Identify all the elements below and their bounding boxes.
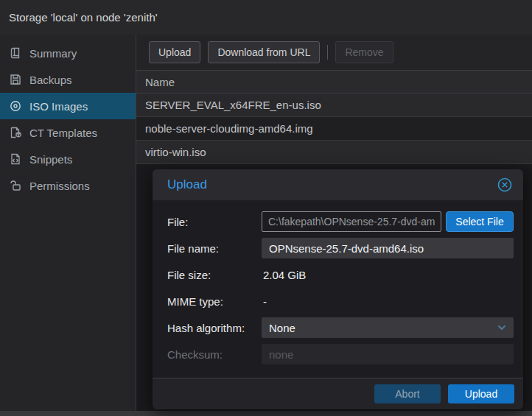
- file-label: File:: [167, 216, 262, 228]
- sidebar-item-label: Permissions: [29, 180, 90, 192]
- sidebar-item-label: Snippets: [29, 153, 72, 166]
- floppy-icon: [10, 74, 21, 85]
- sidebar-item-backups[interactable]: Backups: [0, 66, 136, 93]
- sidebar-item-label: Summary: [29, 47, 77, 60]
- table-row[interactable]: noble-server-cloudimg-amd64.img: [136, 117, 532, 141]
- checksum-input: [262, 344, 514, 364]
- file-path-input[interactable]: [262, 211, 441, 232]
- dialog-upload-button[interactable]: Upload: [448, 384, 514, 403]
- mime-type-label: MIME type:: [167, 295, 262, 308]
- book-icon: [10, 47, 21, 59]
- sidebar: Summary Backups ISO Images CT Templates …: [0, 35, 136, 416]
- hash-algorithm-value: None: [269, 322, 295, 334]
- checksum-label: Checksum:: [167, 348, 262, 361]
- mime-type-value: -: [262, 295, 267, 308]
- table-row[interactable]: SERVER_EVAL_x64FRE_en-us.iso: [136, 94, 532, 117]
- remove-button: Remove: [335, 41, 393, 63]
- file-name-input[interactable]: [262, 238, 514, 258]
- sidebar-item-iso-images[interactable]: ISO Images: [0, 93, 136, 119]
- upload-button[interactable]: Upload: [149, 41, 200, 63]
- sidebar-item-label: CT Templates: [29, 127, 97, 139]
- select-file-button[interactable]: Select File: [446, 211, 514, 232]
- file-size-label: File size:: [167, 269, 262, 281]
- table-row[interactable]: virtio-win.iso: [136, 141, 532, 164]
- sidebar-item-permissions[interactable]: Permissions: [0, 172, 136, 199]
- upload-dialog-header: Upload: [153, 169, 523, 200]
- sidebar-item-label: ISO Images: [29, 100, 88, 113]
- hash-algorithm-select[interactable]: None: [262, 317, 514, 338]
- disc-icon: [10, 100, 21, 112]
- unlock-icon: [10, 180, 21, 191]
- upload-dialog-body: File: Select File File name: File size: …: [153, 200, 523, 378]
- download-from-url-button[interactable]: Download from URL: [208, 41, 320, 63]
- close-icon[interactable]: [497, 177, 513, 193]
- sidebar-item-label: Backups: [29, 74, 72, 86]
- table-header-name[interactable]: Name: [136, 70, 532, 94]
- code-file-icon: [10, 153, 21, 165]
- file-name-label: File name:: [167, 242, 262, 255]
- chevron-down-icon: [497, 325, 506, 331]
- upload-dialog: Upload File: Select File File name: Fil: [153, 169, 523, 409]
- sidebar-item-ct-templates[interactable]: CT Templates: [0, 119, 136, 146]
- container-template-icon: [10, 127, 21, 138]
- file-size-value: 2.04 GiB: [262, 269, 306, 281]
- abort-button: Abort: [374, 384, 441, 403]
- upload-dialog-footer: Abort Upload: [153, 378, 523, 409]
- page-title: Storage 'local' on node 'zenith': [0, 0, 532, 35]
- toolbar: Upload Download from URL Remove: [136, 35, 532, 70]
- hash-algorithm-label: Hash algorithm:: [167, 322, 262, 334]
- storage-title-text: Storage 'local' on node 'zenith': [9, 11, 158, 24]
- toolbar-separator: [327, 45, 328, 60]
- sidebar-item-summary[interactable]: Summary: [0, 40, 136, 66]
- app-window: Storage 'local' on node 'zenith' Summary…: [0, 0, 532, 416]
- window-bottom-edge: [0, 411, 532, 416]
- sidebar-item-snippets[interactable]: Snippets: [0, 146, 136, 172]
- dialog-title: Upload: [167, 177, 207, 192]
